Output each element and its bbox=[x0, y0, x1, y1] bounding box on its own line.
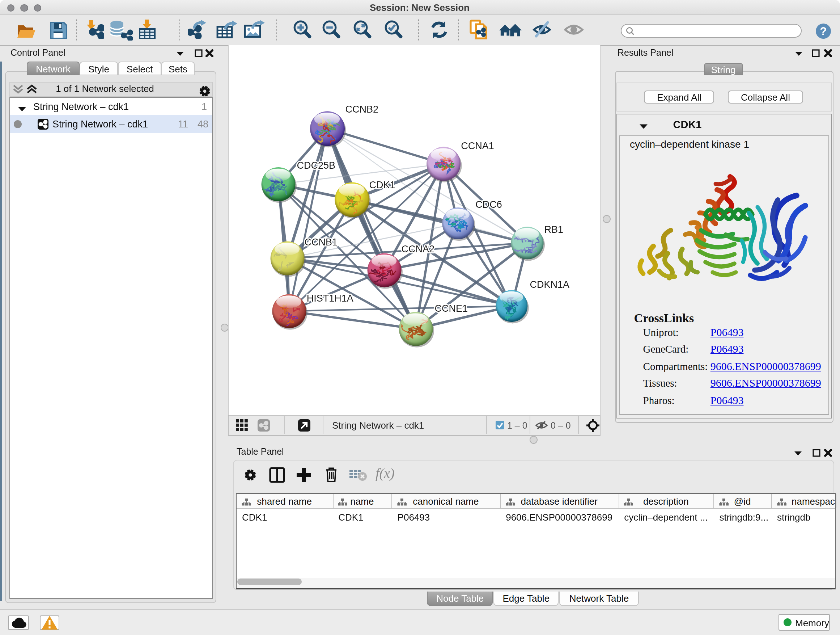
svg-text:RB1: RB1 bbox=[544, 224, 563, 234]
svg-text:CCNA1: CCNA1 bbox=[461, 140, 494, 151]
svg-text:CDKN1A: CDKN1A bbox=[530, 279, 569, 290]
svg-text:CDK1: CDK1 bbox=[369, 179, 395, 190]
svg-text:CCNA2: CCNA2 bbox=[401, 243, 434, 254]
svg-text:HIST1H1A: HIST1H1A bbox=[306, 293, 353, 303]
svg-text:CCNB1: CCNB1 bbox=[304, 236, 338, 247]
svg-text:CDC25B: CDC25B bbox=[297, 160, 335, 171]
svg-text:CCNE1: CCNE1 bbox=[434, 302, 467, 314]
svg-text:CDC6: CDC6 bbox=[475, 199, 502, 210]
svg-text:CCNB2: CCNB2 bbox=[345, 103, 378, 114]
svg-text:?: ? bbox=[820, 25, 827, 38]
